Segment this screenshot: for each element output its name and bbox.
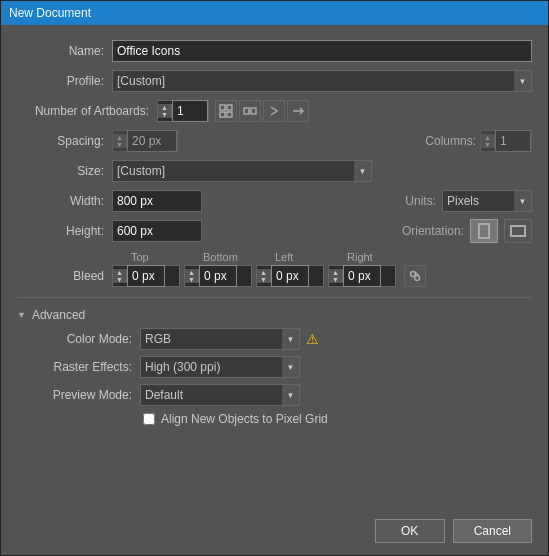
bleed-left-spinner: ▲ ▼ bbox=[256, 265, 324, 287]
spacing-label: Spacing: bbox=[17, 134, 112, 148]
advanced-section: ▼ Advanced Color Mode: RGB CMYK Grayscal… bbox=[17, 308, 532, 426]
width-row: Width: Units: Pixels Inches Millimeters … bbox=[17, 189, 532, 213]
bleed-bottom-value[interactable] bbox=[199, 265, 237, 287]
artboard-move-right-icon[interactable] bbox=[263, 100, 285, 122]
bleed-top-btns: ▲ ▼ bbox=[113, 269, 127, 283]
spacing-increment[interactable]: ▲ bbox=[113, 134, 126, 141]
raster-effects-label: Raster Effects: bbox=[25, 360, 140, 374]
bleed-right-decrement[interactable]: ▼ bbox=[329, 276, 342, 283]
bleed-left-value[interactable] bbox=[271, 265, 309, 287]
align-pixel-grid-row: Align New Objects to Pixel Grid bbox=[143, 412, 532, 426]
svg-rect-3 bbox=[227, 112, 232, 117]
bleed-right-increment[interactable]: ▲ bbox=[329, 269, 342, 276]
preview-mode-row: Preview Mode: Default Pixel Overprint ▼ bbox=[25, 384, 532, 406]
advanced-content: Color Mode: RGB CMYK Grayscale ▼ ⚠ Raste… bbox=[25, 328, 532, 426]
svg-rect-4 bbox=[244, 108, 249, 114]
units-group: Units: Pixels Inches Millimeters ▼ bbox=[405, 190, 532, 212]
orientation-portrait-btn[interactable] bbox=[470, 219, 498, 243]
artboard-icons-group bbox=[215, 100, 309, 122]
align-pixel-grid-checkbox[interactable] bbox=[143, 413, 155, 425]
ok-button[interactable]: OK bbox=[375, 519, 445, 543]
profile-label: Profile: bbox=[17, 74, 112, 88]
artboards-value[interactable] bbox=[172, 100, 208, 122]
size-select[interactable]: [Custom] Letter A4 bbox=[112, 160, 372, 182]
height-row: Height: Orientation: bbox=[17, 219, 532, 243]
color-mode-row: Color Mode: RGB CMYK Grayscale ▼ ⚠ bbox=[25, 328, 532, 350]
profile-select-wrapper: [Custom] Print Web Mobile ▼ bbox=[112, 70, 532, 92]
bleed-bottom-spinner: ▲ ▼ bbox=[184, 265, 252, 287]
size-row: Size: [Custom] Letter A4 ▼ bbox=[17, 159, 532, 183]
preview-mode-select-wrapper: Default Pixel Overprint ▼ bbox=[140, 384, 300, 406]
dialog-title: New Document bbox=[9, 6, 91, 20]
spacing-decrement[interactable]: ▼ bbox=[113, 141, 126, 148]
profile-select[interactable]: [Custom] Print Web Mobile bbox=[112, 70, 532, 92]
artboard-grid-icon[interactable] bbox=[215, 100, 237, 122]
color-mode-warning-icon: ⚠ bbox=[306, 331, 319, 347]
bleed-bottom-decrement[interactable]: ▼ bbox=[185, 276, 198, 283]
bleed-headers: Top Bottom Left Right bbox=[115, 251, 532, 263]
orientation-landscape-btn[interactable] bbox=[504, 219, 532, 243]
bleed-left-header: Left bbox=[259, 251, 331, 263]
cancel-button[interactable]: Cancel bbox=[453, 519, 532, 543]
columns-spinner: ▲ ▼ bbox=[480, 130, 532, 152]
landscape-icon bbox=[510, 225, 526, 237]
columns-decrement[interactable]: ▼ bbox=[481, 141, 494, 148]
bleed-left-increment[interactable]: ▲ bbox=[257, 269, 270, 276]
width-input[interactable] bbox=[112, 190, 202, 212]
align-pixel-grid-label: Align New Objects to Pixel Grid bbox=[161, 412, 328, 426]
raster-effects-select[interactable]: High (300 ppi) Medium (150 ppi) Screen (… bbox=[140, 356, 300, 378]
spacing-value[interactable] bbox=[127, 130, 177, 152]
color-mode-select-wrapper: RGB CMYK Grayscale ▼ bbox=[140, 328, 300, 350]
artboards-decrement[interactable]: ▼ bbox=[158, 111, 171, 118]
advanced-header[interactable]: ▼ Advanced bbox=[17, 308, 532, 322]
bleed-right-btns: ▲ ▼ bbox=[329, 269, 343, 283]
bleed-top-value[interactable] bbox=[127, 265, 165, 287]
artboard-move-icon[interactable] bbox=[287, 100, 309, 122]
color-mode-label: Color Mode: bbox=[25, 332, 140, 346]
columns-value[interactable] bbox=[495, 130, 531, 152]
orientation-group: Orientation: bbox=[402, 219, 532, 243]
artboards-spinner-btns: ▲ ▼ bbox=[158, 104, 172, 118]
bleed-bottom-increment[interactable]: ▲ bbox=[185, 269, 198, 276]
bleed-link-btn[interactable] bbox=[404, 265, 426, 287]
bleed-top-increment[interactable]: ▲ bbox=[113, 269, 126, 276]
name-input[interactable] bbox=[112, 40, 532, 62]
title-bar: New Document bbox=[1, 1, 548, 25]
units-select-wrapper: Pixels Inches Millimeters ▼ bbox=[442, 190, 532, 212]
dialog-footer: OK Cancel bbox=[1, 511, 548, 555]
width-label: Width: bbox=[17, 194, 112, 208]
bleed-right-header: Right bbox=[331, 251, 403, 263]
height-input[interactable] bbox=[112, 220, 202, 242]
artboards-row: Number of Artboards: ▲ ▼ bbox=[17, 99, 532, 123]
svg-rect-2 bbox=[220, 112, 225, 117]
svg-rect-1 bbox=[227, 105, 232, 110]
raster-effects-select-wrapper: High (300 ppi) Medium (150 ppi) Screen (… bbox=[140, 356, 300, 378]
columns-spinner-btns: ▲ ▼ bbox=[481, 134, 495, 148]
bleed-left-btns: ▲ ▼ bbox=[257, 269, 271, 283]
bleed-right-spinner: ▲ ▼ bbox=[328, 265, 396, 287]
bleed-fields: ▲ ▼ ▲ ▼ ▲ bbox=[112, 265, 532, 287]
artboards-spinner: ▲ ▼ bbox=[157, 100, 209, 122]
preview-mode-select[interactable]: Default Pixel Overprint bbox=[140, 384, 300, 406]
artboards-increment[interactable]: ▲ bbox=[158, 104, 171, 111]
columns-increment[interactable]: ▲ bbox=[481, 134, 494, 141]
orientation-label: Orientation: bbox=[402, 224, 464, 238]
bleed-top-decrement[interactable]: ▼ bbox=[113, 276, 126, 283]
units-select[interactable]: Pixels Inches Millimeters bbox=[442, 190, 532, 212]
name-label: Name: bbox=[17, 44, 112, 58]
bleed-inputs-row: Bleed ▲ ▼ ▲ ▼ bbox=[17, 265, 532, 287]
bleed-left-decrement[interactable]: ▼ bbox=[257, 276, 270, 283]
artboard-row-icon[interactable] bbox=[239, 100, 261, 122]
preview-mode-label: Preview Mode: bbox=[25, 388, 140, 402]
dialog-body: Name: Profile: [Custom] Print Web Mobile… bbox=[1, 25, 548, 511]
color-mode-select[interactable]: RGB CMYK Grayscale bbox=[140, 328, 300, 350]
units-label: Units: bbox=[405, 194, 436, 208]
bleed-right-value[interactable] bbox=[343, 265, 381, 287]
bleed-top-header: Top bbox=[115, 251, 187, 263]
bleed-section: Top Bottom Left Right Bleed ▲ ▼ bbox=[17, 251, 532, 287]
advanced-triangle-icon: ▼ bbox=[17, 310, 26, 320]
size-label: Size: bbox=[17, 164, 112, 178]
profile-row: Profile: [Custom] Print Web Mobile ▼ bbox=[17, 69, 532, 93]
raster-effects-row: Raster Effects: High (300 ppi) Medium (1… bbox=[25, 356, 532, 378]
bleed-bottom-btns: ▲ ▼ bbox=[185, 269, 199, 283]
